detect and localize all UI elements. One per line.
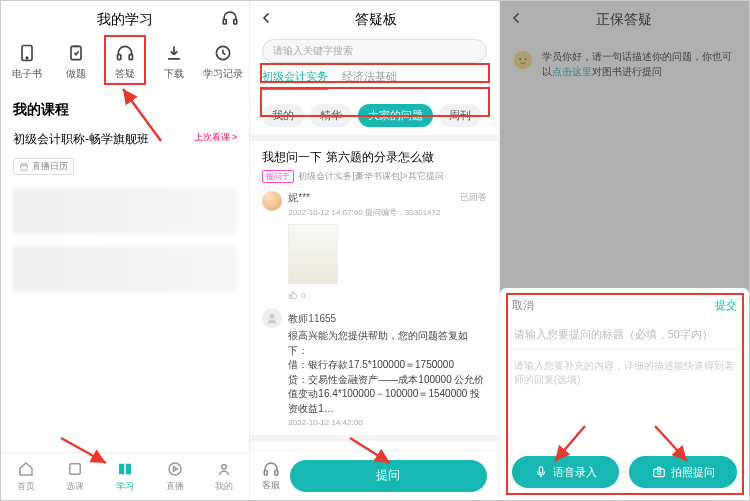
tab-record[interactable]: 学习记录	[200, 43, 245, 81]
question-date: 2022-10-12 14:07:00 提问编号：30301472	[288, 207, 486, 218]
ask-label: 提问	[376, 467, 400, 484]
submit-button[interactable]: 提交	[715, 298, 737, 313]
live-calendar-label: 直播日历	[32, 160, 68, 173]
blurred-content	[13, 246, 237, 292]
nav-mine[interactable]: 我的	[215, 460, 233, 493]
headphone-icon	[115, 43, 135, 63]
tab-label: 学习记录	[203, 67, 243, 81]
clipboard-icon	[66, 43, 86, 63]
filter-pill[interactable]: 我的	[262, 104, 304, 127]
nav-label: 我的	[215, 480, 233, 493]
service-label: 客服	[262, 479, 280, 492]
tab-label: 做题	[66, 67, 86, 81]
title-input[interactable]: 请输入您要提问的标题（必填，50字内）	[512, 321, 737, 349]
like-number: 0	[301, 291, 305, 300]
service-button[interactable]: 客服	[262, 460, 280, 492]
svg-rect-6	[129, 55, 132, 60]
tab-label: 电子书	[12, 67, 42, 81]
search-placeholder: 请输入关键字搜索	[273, 44, 353, 58]
replied-badge: 已回答	[460, 191, 487, 205]
question-tag: 提问于	[262, 170, 294, 183]
nav-label: 首页	[17, 480, 35, 493]
answer-text: 很高兴能为您提供帮助，您的问题答复如下： 借：银行存款17.5*100000＝1…	[288, 329, 486, 416]
nav-live[interactable]: 直播	[166, 460, 184, 493]
svg-rect-8	[21, 164, 28, 170]
answer-date: 2022-10-12 14:42:00	[288, 418, 486, 427]
voice-input-button[interactable]: 语音录入	[512, 456, 620, 488]
svg-rect-16	[275, 470, 278, 475]
blurred-content	[13, 188, 237, 234]
avatar	[262, 308, 282, 328]
ask-sheet: 取消 提交 请输入您要提问的标题（必填，50字内） 请输入您要补充的内容，详细的…	[500, 288, 749, 500]
nav-study[interactable]: 学习	[116, 460, 134, 493]
last-viewed-link[interactable]: 上次看课 >	[194, 131, 238, 144]
svg-point-3	[27, 57, 29, 59]
history-icon	[213, 43, 233, 63]
tablet-icon	[17, 43, 37, 63]
nav-label: 学习	[116, 480, 134, 493]
svg-rect-21	[539, 467, 543, 473]
tab-ebook[interactable]: 电子书	[5, 43, 50, 81]
svg-point-14	[270, 314, 275, 319]
tab-label: 下载	[164, 67, 184, 81]
filter-pill[interactable]: 精华	[310, 104, 352, 127]
nav-home[interactable]: 首页	[17, 460, 35, 493]
ask-button[interactable]: 提问	[290, 460, 486, 492]
headphone-icon[interactable]	[221, 9, 239, 31]
search-input[interactable]: 请输入关键字搜索	[262, 39, 486, 63]
cancel-button[interactable]: 取消	[512, 298, 534, 313]
nav-label: 直播	[166, 480, 184, 493]
tab-qa[interactable]: 答疑	[103, 43, 148, 81]
tab-practice[interactable]: 做题	[54, 43, 99, 81]
svg-rect-4	[71, 46, 81, 59]
question-meta: 初级会计实务[豪华书课包]>其它提问	[298, 170, 443, 183]
svg-point-11	[222, 465, 227, 470]
nav-select[interactable]: 选课	[66, 460, 84, 493]
question-item[interactable]: 我想问一下 第六题的分录怎么做 提问于 初级会计实务[豪华书课包]>其它提问 妮…	[250, 141, 498, 435]
tab-download[interactable]: 下载	[152, 43, 197, 81]
live-calendar-button[interactable]: 直播日历	[13, 158, 74, 175]
voice-label: 语音录入	[553, 465, 597, 480]
nav-label: 选课	[66, 480, 84, 493]
subject-tab[interactable]: 经济法基础	[342, 69, 397, 90]
course-name: 初级会计职称-畅学旗舰班	[13, 131, 149, 148]
avatar	[262, 191, 282, 211]
body-input[interactable]: 请输入您要补充的内容，详细的描述能快速得到老师的回复(选填)	[512, 349, 737, 448]
svg-point-23	[657, 471, 661, 475]
asker-name: 妮***	[288, 191, 310, 205]
svg-rect-1	[234, 20, 237, 25]
svg-rect-0	[224, 20, 227, 25]
download-icon	[164, 43, 184, 63]
svg-rect-22	[653, 469, 664, 477]
question-image[interactable]	[288, 224, 338, 284]
page-title: 我的学习	[97, 11, 153, 29]
question-title: 我想问一下 第六题的分录怎么做	[262, 149, 486, 166]
photo-ask-button[interactable]: 拍照提问	[629, 456, 737, 488]
filter-pill[interactable]: 大家的问题	[358, 104, 433, 127]
like-count[interactable]: 0	[288, 290, 486, 300]
svg-rect-15	[265, 470, 268, 475]
page-title: 答疑板	[262, 11, 490, 29]
photo-label: 拍照提问	[671, 465, 715, 480]
tab-label: 答疑	[115, 67, 135, 81]
subject-tab[interactable]: 初级会计实务	[262, 69, 328, 90]
svg-rect-9	[70, 464, 81, 475]
svg-point-10	[169, 463, 181, 475]
section-title: 我的课程	[1, 91, 249, 125]
svg-rect-5	[118, 55, 121, 60]
filter-pill[interactable]: 周刊	[439, 104, 481, 127]
teacher-name: 教师11655	[288, 313, 336, 324]
